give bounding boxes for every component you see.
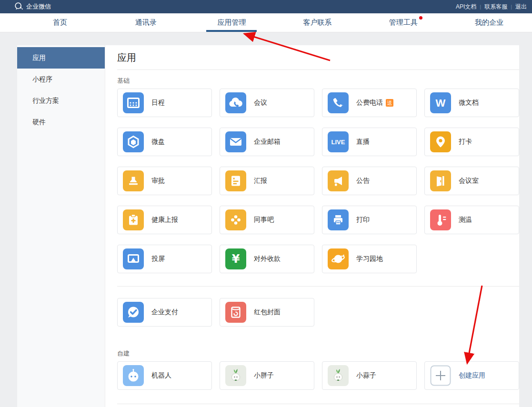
app-card-label: 微文档 [459, 99, 479, 107]
report-doc-icon [220, 170, 246, 191]
cast-icon [118, 248, 144, 269]
app-card-label: 日程 [151, 99, 165, 107]
app-card-label: 投屏 [151, 255, 165, 263]
stamp-icon [118, 170, 144, 191]
tab-contacts[interactable]: 通讯录 [103, 13, 189, 32]
topbar-link-api-docs[interactable]: API文档 [452, 3, 480, 11]
meeting-cloud-icon [220, 92, 246, 113]
app-card-label: 公告 [356, 177, 370, 185]
tab-app-management[interactable]: 应用管理 [189, 13, 274, 32]
app-card-label: 同事吧 [254, 216, 274, 224]
tab-label: 应用管理 [217, 18, 246, 27]
app-card-xiaopangzi[interactable]: 小胖子 [220, 361, 314, 390]
calendar-icon [118, 92, 144, 113]
docs-w-icon: W [425, 92, 451, 113]
tab-label: 通讯录 [135, 18, 157, 27]
app-card-drive[interactable]: 微盘 [117, 128, 212, 156]
app-card-label: 对外收款 [254, 255, 281, 263]
page-title: 应用 [117, 45, 519, 63]
topbar-link-logout[interactable]: 退出 [512, 3, 530, 11]
app-card-announcement[interactable]: 公告 [322, 167, 417, 195]
tab-home[interactable]: 首页 [17, 13, 103, 32]
garlic-mascot-icon [220, 365, 246, 386]
app-card-red-packet-cover[interactable]: 红包封面 [220, 298, 314, 327]
svg-text:W: W [436, 97, 446, 109]
app-card-label: 小蒜子 [356, 371, 376, 380]
red-packet-icon [220, 302, 246, 323]
app-card-approval[interactable]: 审批 [117, 167, 212, 195]
self-built-apps-grid: 机器人小胖子小蒜子创建应用 [117, 361, 519, 390]
app-card-schedule[interactable]: 日程 [117, 89, 212, 117]
megaphone-icon [322, 170, 349, 191]
section-label-self-built: 自建 [117, 349, 519, 358]
app-card-print[interactable]: 打印 [322, 206, 417, 234]
app-card-label: 直播 [356, 138, 370, 146]
app-card-label: 会议 [254, 99, 267, 107]
app-card-free-call[interactable]: 公费电话送 [322, 89, 417, 117]
tab-label: 客户联系 [303, 18, 332, 27]
primary-nav: 首页通讯录应用管理客户联系管理工具我的企业 [0, 13, 532, 32]
app-card-label: 机器人 [151, 371, 171, 380]
tab-admin-tools[interactable]: 管理工具 [361, 13, 446, 32]
sidebar-item-hardware[interactable]: 硬件 [17, 111, 105, 133]
app-card-label: 审批 [151, 177, 165, 185]
app-card-checkin[interactable]: 打卡 [424, 128, 519, 156]
phone-icon [322, 92, 349, 113]
app-card-label: 创建应用 [459, 371, 485, 380]
app-card-xiaosuanzi[interactable]: 小蒜子 [322, 361, 417, 390]
health-clipboard-icon [118, 209, 144, 230]
app-card-meeting[interactable]: 会议 [220, 89, 314, 117]
app-card-meeting-room[interactable]: 会议室 [424, 167, 519, 195]
robot-icon [118, 365, 144, 386]
app-card-label: 公费电话 [356, 99, 383, 107]
gift-badge: 送 [386, 99, 393, 107]
app-card-docs[interactable]: W微文档 [424, 89, 519, 117]
topbar-link-contact-support[interactable]: 联系客服 [481, 3, 511, 11]
wepay-check-icon [118, 302, 144, 323]
colleagues-icon [220, 209, 246, 230]
app-card-label: 汇报 [254, 177, 267, 185]
app-card-collect-payment[interactable]: ¥对外收款 [220, 245, 314, 273]
app-card-create-app[interactable]: 创建应用 [424, 361, 519, 390]
app-card-label: 学习园地 [356, 255, 383, 263]
main-panel: 应用 基础 日程会议公费电话送W微文档微盘企业邮箱LIVE直播打卡审批汇报公告会… [105, 45, 519, 407]
app-card-label: 企业邮箱 [254, 138, 281, 146]
planet-icon [322, 248, 349, 269]
garlic-mascot-icon [322, 365, 349, 386]
app-card-report[interactable]: 汇报 [220, 167, 314, 195]
drive-cube-icon [118, 131, 144, 152]
app-card-label: 小胖子 [254, 371, 274, 380]
group-divider [117, 286, 519, 287]
section-label-base: 基础 [117, 77, 519, 85]
notification-dot [419, 16, 422, 20]
app-card-live[interactable]: LIVE直播 [322, 128, 417, 156]
location-pin-icon [425, 131, 451, 152]
live-icon: LIVE [322, 131, 349, 152]
payment-apps-grid: 企业支付红包封面 [117, 298, 519, 327]
tab-my-company[interactable]: 我的企业 [446, 13, 532, 32]
wecom-logo-icon [14, 2, 23, 12]
app-card-screen-cast[interactable]: 投屏 [117, 245, 212, 273]
tab-label: 首页 [53, 18, 67, 27]
app-card-label: 打卡 [459, 138, 472, 146]
base-apps-grid: 日程会议公费电话送W微文档微盘企业邮箱LIVE直播打卡审批汇报公告会议室健康上报… [117, 89, 519, 273]
app-card-label: 红包封面 [254, 308, 281, 317]
sidebar-item-apps[interactable]: 应用 [17, 47, 105, 69]
app-card-label: 会议室 [459, 177, 479, 185]
sidebar-item-industry-solutions[interactable]: 行业方案 [17, 90, 105, 111]
app-card-colleague-bar[interactable]: 同事吧 [220, 206, 314, 234]
tab-customer-contact[interactable]: 客户联系 [275, 13, 361, 32]
tab-label: 我的企业 [475, 18, 503, 27]
app-card-mail[interactable]: 企业邮箱 [220, 128, 314, 156]
app-card-robot[interactable]: 机器人 [117, 361, 212, 390]
plus-icon [425, 365, 451, 386]
app-card-learning[interactable]: 学习园地 [322, 245, 417, 273]
app-card-label: 打印 [356, 216, 370, 224]
app-card-health-report[interactable]: 健康上报 [117, 206, 212, 234]
printer-icon [322, 209, 349, 230]
app-card-corp-pay[interactable]: 企业支付 [117, 298, 212, 327]
title-divider [117, 69, 519, 70]
svg-text:LIVE: LIVE [331, 139, 345, 146]
app-card-temperature[interactable]: 测温 [424, 206, 519, 234]
sidebar-item-mini-programs[interactable]: 小程序 [17, 69, 105, 90]
